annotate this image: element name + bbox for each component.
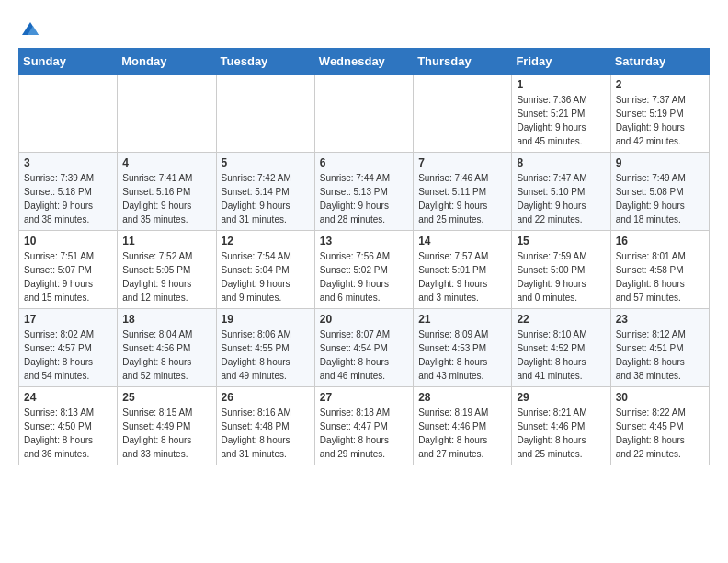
day-number: 24	[24, 391, 112, 404]
calendar-cell: 21Sunrise: 8:09 AM Sunset: 4:53 PM Dayli…	[414, 309, 512, 387]
calendar-cell: 2Sunrise: 7:37 AM Sunset: 5:19 PM Daylig…	[610, 75, 709, 153]
day-info: Sunrise: 7:49 AM Sunset: 5:08 PM Dayligh…	[616, 171, 704, 226]
day-info: Sunrise: 7:42 AM Sunset: 5:14 PM Dayligh…	[222, 171, 310, 226]
day-number: 19	[222, 313, 310, 326]
calendar-cell	[19, 75, 118, 153]
day-number: 16	[616, 235, 704, 247]
calendar-cell: 29Sunrise: 8:21 AM Sunset: 4:46 PM Dayli…	[512, 387, 610, 465]
calendar-cell	[414, 75, 512, 153]
calendar-cell: 26Sunrise: 8:16 AM Sunset: 4:48 PM Dayli…	[216, 387, 314, 465]
calendar-cell: 18Sunrise: 8:04 AM Sunset: 4:56 PM Dayli…	[118, 309, 216, 387]
day-info: Sunrise: 8:12 AM Sunset: 4:51 PM Dayligh…	[616, 327, 704, 383]
day-info: Sunrise: 7:36 AM Sunset: 5:21 PM Dayligh…	[517, 93, 605, 148]
day-number: 18	[122, 313, 210, 326]
day-number: 9	[616, 156, 704, 169]
day-info: Sunrise: 7:56 AM Sunset: 5:02 PM Dayligh…	[320, 249, 408, 304]
day-number: 29	[517, 391, 605, 404]
logo-icon	[20, 18, 40, 39]
day-number: 28	[418, 391, 506, 404]
day-number: 25	[122, 391, 210, 404]
day-number: 30	[616, 391, 704, 404]
calendar-cell: 13Sunrise: 7:56 AM Sunset: 5:02 PM Dayli…	[314, 231, 413, 309]
day-info: Sunrise: 8:22 AM Sunset: 4:45 PM Dayligh…	[616, 406, 704, 461]
day-number: 22	[517, 313, 605, 326]
calendar-cell: 12Sunrise: 7:54 AM Sunset: 5:04 PM Dayli…	[216, 231, 314, 309]
calendar-cell: 28Sunrise: 8:19 AM Sunset: 4:46 PM Dayli…	[414, 387, 512, 465]
calendar-cell: 14Sunrise: 7:57 AM Sunset: 5:01 PM Dayli…	[414, 231, 512, 309]
day-number: 17	[24, 313, 112, 326]
week-row-5: 24Sunrise: 8:13 AM Sunset: 4:50 PM Dayli…	[19, 387, 710, 465]
calendar-cell	[118, 75, 216, 153]
weekday-header-saturday: Saturday	[610, 49, 709, 75]
day-number: 23	[616, 313, 704, 326]
day-number: 2	[616, 78, 704, 91]
day-number: 6	[320, 156, 408, 169]
day-number: 14	[418, 235, 506, 247]
day-info: Sunrise: 7:59 AM Sunset: 5:00 PM Dayligh…	[517, 249, 605, 304]
day-number: 10	[24, 235, 112, 247]
calendar-cell: 8Sunrise: 7:47 AM Sunset: 5:10 PM Daylig…	[512, 153, 610, 231]
weekday-header-friday: Friday	[512, 49, 610, 75]
day-info: Sunrise: 7:39 AM Sunset: 5:18 PM Dayligh…	[24, 171, 112, 226]
day-info: Sunrise: 8:16 AM Sunset: 4:48 PM Dayligh…	[222, 406, 310, 461]
day-info: Sunrise: 8:19 AM Sunset: 4:46 PM Dayligh…	[418, 406, 506, 461]
day-info: Sunrise: 8:21 AM Sunset: 4:46 PM Dayligh…	[517, 406, 605, 461]
calendar-cell: 9Sunrise: 7:49 AM Sunset: 5:08 PM Daylig…	[610, 153, 709, 231]
day-number: 13	[320, 235, 408, 247]
day-number: 11	[122, 235, 210, 247]
calendar-cell: 16Sunrise: 8:01 AM Sunset: 4:58 PM Dayli…	[610, 231, 709, 309]
calendar-cell	[216, 75, 314, 153]
day-info: Sunrise: 7:37 AM Sunset: 5:19 PM Dayligh…	[616, 93, 704, 148]
day-number: 26	[222, 391, 310, 404]
weekday-header-sunday: Sunday	[19, 49, 118, 75]
calendar-cell: 24Sunrise: 8:13 AM Sunset: 4:50 PM Dayli…	[19, 387, 118, 465]
day-number: 1	[517, 78, 605, 91]
calendar-cell: 30Sunrise: 8:22 AM Sunset: 4:45 PM Dayli…	[610, 387, 709, 465]
week-row-3: 10Sunrise: 7:51 AM Sunset: 5:07 PM Dayli…	[19, 231, 710, 309]
day-info: Sunrise: 7:52 AM Sunset: 5:05 PM Dayligh…	[122, 249, 210, 304]
day-info: Sunrise: 8:06 AM Sunset: 4:55 PM Dayligh…	[222, 327, 310, 383]
calendar-cell	[314, 75, 413, 153]
day-info: Sunrise: 7:46 AM Sunset: 5:11 PM Dayligh…	[418, 171, 506, 226]
day-info: Sunrise: 7:41 AM Sunset: 5:16 PM Dayligh…	[122, 171, 210, 226]
week-row-4: 17Sunrise: 8:02 AM Sunset: 4:57 PM Dayli…	[19, 309, 710, 387]
day-info: Sunrise: 8:07 AM Sunset: 4:54 PM Dayligh…	[320, 327, 408, 383]
day-info: Sunrise: 7:57 AM Sunset: 5:01 PM Dayligh…	[418, 249, 506, 304]
calendar-cell: 1Sunrise: 7:36 AM Sunset: 5:21 PM Daylig…	[512, 75, 610, 153]
calendar-cell: 20Sunrise: 8:07 AM Sunset: 4:54 PM Dayli…	[314, 309, 413, 387]
day-info: Sunrise: 8:01 AM Sunset: 4:58 PM Dayligh…	[616, 249, 704, 304]
day-number: 4	[122, 156, 210, 169]
day-number: 12	[222, 235, 310, 247]
day-info: Sunrise: 8:10 AM Sunset: 4:52 PM Dayligh…	[517, 327, 605, 383]
day-info: Sunrise: 7:54 AM Sunset: 5:04 PM Dayligh…	[222, 249, 310, 304]
calendar-cell: 3Sunrise: 7:39 AM Sunset: 5:18 PM Daylig…	[19, 153, 118, 231]
day-info: Sunrise: 8:04 AM Sunset: 4:56 PM Dayligh…	[122, 327, 210, 383]
day-number: 8	[517, 156, 605, 169]
week-row-1: 1Sunrise: 7:36 AM Sunset: 5:21 PM Daylig…	[19, 75, 710, 153]
calendar-cell: 4Sunrise: 7:41 AM Sunset: 5:16 PM Daylig…	[118, 153, 216, 231]
day-info: Sunrise: 7:44 AM Sunset: 5:13 PM Dayligh…	[320, 171, 408, 226]
day-info: Sunrise: 8:13 AM Sunset: 4:50 PM Dayligh…	[24, 406, 112, 461]
day-info: Sunrise: 7:47 AM Sunset: 5:10 PM Dayligh…	[517, 171, 605, 226]
calendar-cell: 5Sunrise: 7:42 AM Sunset: 5:14 PM Daylig…	[216, 153, 314, 231]
weekday-header-tuesday: Tuesday	[216, 49, 314, 75]
day-info: Sunrise: 8:02 AM Sunset: 4:57 PM Dayligh…	[24, 327, 112, 383]
calendar-cell: 15Sunrise: 7:59 AM Sunset: 5:00 PM Dayli…	[512, 231, 610, 309]
day-number: 21	[418, 313, 506, 326]
calendar-cell: 23Sunrise: 8:12 AM Sunset: 4:51 PM Dayli…	[610, 309, 709, 387]
calendar-cell: 25Sunrise: 8:15 AM Sunset: 4:49 PM Dayli…	[118, 387, 216, 465]
day-number: 27	[320, 391, 408, 404]
weekday-header-thursday: Thursday	[414, 49, 512, 75]
day-info: Sunrise: 8:09 AM Sunset: 4:53 PM Dayligh…	[418, 327, 506, 383]
day-info: Sunrise: 8:15 AM Sunset: 4:49 PM Dayligh…	[122, 406, 210, 461]
weekday-header-monday: Monday	[118, 49, 216, 75]
calendar-table: SundayMondayTuesdayWednesdayThursdayFrid…	[18, 48, 710, 465]
day-number: 7	[418, 156, 506, 169]
week-row-2: 3Sunrise: 7:39 AM Sunset: 5:18 PM Daylig…	[19, 153, 710, 231]
logo	[18, 18, 40, 39]
day-number: 3	[24, 156, 112, 169]
day-number: 5	[222, 156, 310, 169]
day-number: 20	[320, 313, 408, 326]
day-info: Sunrise: 7:51 AM Sunset: 5:07 PM Dayligh…	[24, 249, 112, 304]
calendar-cell: 11Sunrise: 7:52 AM Sunset: 5:05 PM Dayli…	[118, 231, 216, 309]
